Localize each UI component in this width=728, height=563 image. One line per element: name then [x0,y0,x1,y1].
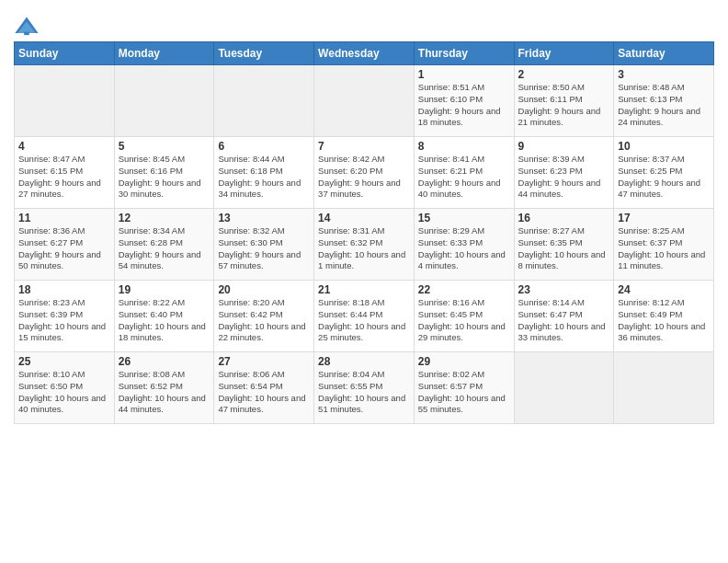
day-cell: 28Sunrise: 8:04 AM Sunset: 6:55 PM Dayli… [314,352,415,424]
day-info: Sunrise: 8:04 AM Sunset: 6:55 PM Dayligh… [318,369,410,416]
day-number: 3 [618,68,710,81]
week-row-1: 4Sunrise: 8:47 AM Sunset: 6:15 PM Daylig… [15,137,714,209]
day-cell: 4Sunrise: 8:47 AM Sunset: 6:15 PM Daylig… [15,137,115,209]
day-number: 24 [618,283,710,296]
day-cell [15,65,115,137]
day-cell: 10Sunrise: 8:37 AM Sunset: 6:25 PM Dayli… [614,137,714,209]
day-info: Sunrise: 8:12 AM Sunset: 6:49 PM Dayligh… [618,297,710,344]
header-cell-thursday: Thursday [414,42,514,65]
day-info: Sunrise: 8:25 AM Sunset: 6:37 PM Dayligh… [618,225,710,272]
day-number: 8 [418,140,510,153]
day-info: Sunrise: 8:47 AM Sunset: 6:15 PM Dayligh… [18,154,110,201]
day-cell: 16Sunrise: 8:27 AM Sunset: 6:35 PM Dayli… [514,209,614,281]
day-number: 25 [18,355,110,368]
day-number: 17 [618,212,710,224]
day-number: 20 [218,283,310,296]
day-info: Sunrise: 8:02 AM Sunset: 6:57 PM Dayligh… [418,369,510,416]
calendar-table: SundayMondayTuesdayWednesdayThursdayFrid… [14,41,714,424]
day-cell [514,352,614,424]
day-info: Sunrise: 8:22 AM Sunset: 6:40 PM Dayligh… [119,297,210,344]
day-number: 28 [318,355,410,368]
day-info: Sunrise: 8:48 AM Sunset: 6:13 PM Dayligh… [618,82,710,129]
day-info: Sunrise: 8:34 AM Sunset: 6:28 PM Dayligh… [119,225,210,272]
day-info: Sunrise: 8:23 AM Sunset: 6:39 PM Dayligh… [18,297,110,344]
day-info: Sunrise: 8:14 AM Sunset: 6:47 PM Dayligh… [518,297,610,344]
header-cell-monday: Monday [114,42,214,65]
week-row-4: 25Sunrise: 8:10 AM Sunset: 6:50 PM Dayli… [15,352,714,424]
header-cell-tuesday: Tuesday [214,42,314,65]
day-cell: 20Sunrise: 8:20 AM Sunset: 6:42 PM Dayli… [214,281,314,352]
header-cell-sunday: Sunday [15,42,115,65]
day-number: 4 [18,140,110,153]
header-cell-friday: Friday [514,42,614,65]
day-number: 1 [418,68,510,81]
day-info: Sunrise: 8:51 AM Sunset: 6:10 PM Dayligh… [418,82,510,129]
day-info: Sunrise: 8:06 AM Sunset: 6:54 PM Dayligh… [218,369,310,416]
day-number: 29 [418,355,510,368]
day-info: Sunrise: 8:50 AM Sunset: 6:11 PM Dayligh… [518,82,610,129]
day-cell: 8Sunrise: 8:41 AM Sunset: 6:21 PM Daylig… [414,137,514,209]
day-cell: 9Sunrise: 8:39 AM Sunset: 6:23 PM Daylig… [514,137,614,209]
day-number: 12 [119,212,210,224]
day-info: Sunrise: 8:16 AM Sunset: 6:45 PM Dayligh… [418,297,510,344]
day-number: 7 [318,140,410,153]
day-info: Sunrise: 8:18 AM Sunset: 6:44 PM Dayligh… [318,297,410,344]
day-number: 13 [218,212,310,224]
day-number: 22 [418,283,510,296]
svg-rect-2 [24,32,29,36]
day-number: 14 [318,212,410,224]
day-cell: 23Sunrise: 8:14 AM Sunset: 6:47 PM Dayli… [514,281,614,352]
day-number: 16 [518,212,610,224]
day-number: 6 [218,140,310,153]
day-cell: 19Sunrise: 8:22 AM Sunset: 6:40 PM Dayli… [114,281,214,352]
day-cell: 29Sunrise: 8:02 AM Sunset: 6:57 PM Dayli… [414,352,514,424]
day-cell: 6Sunrise: 8:44 AM Sunset: 6:18 PM Daylig… [214,137,314,209]
day-info: Sunrise: 8:39 AM Sunset: 6:23 PM Dayligh… [518,154,610,201]
day-info: Sunrise: 8:32 AM Sunset: 6:30 PM Dayligh… [218,225,310,272]
day-number: 21 [318,283,410,296]
day-info: Sunrise: 8:44 AM Sunset: 6:18 PM Dayligh… [218,154,310,201]
day-cell [614,352,714,424]
day-cell: 5Sunrise: 8:45 AM Sunset: 6:16 PM Daylig… [114,137,214,209]
day-cell: 26Sunrise: 8:08 AM Sunset: 6:52 PM Dayli… [114,352,214,424]
day-info: Sunrise: 8:36 AM Sunset: 6:27 PM Dayligh… [18,225,110,272]
day-number: 26 [119,355,210,368]
calendar-body: 1Sunrise: 8:51 AM Sunset: 6:10 PM Daylig… [15,65,714,424]
week-row-0: 1Sunrise: 8:51 AM Sunset: 6:10 PM Daylig… [15,65,714,137]
header-cell-wednesday: Wednesday [314,42,415,65]
day-cell [214,65,314,137]
day-number: 11 [18,212,110,224]
day-cell: 22Sunrise: 8:16 AM Sunset: 6:45 PM Dayli… [414,281,514,352]
day-number: 10 [618,140,710,153]
day-number: 19 [119,283,210,296]
logo [14,14,43,40]
day-info: Sunrise: 8:08 AM Sunset: 6:52 PM Dayligh… [119,369,210,416]
day-cell: 21Sunrise: 8:18 AM Sunset: 6:44 PM Dayli… [314,281,415,352]
week-row-3: 18Sunrise: 8:23 AM Sunset: 6:39 PM Dayli… [15,281,714,352]
day-cell: 24Sunrise: 8:12 AM Sunset: 6:49 PM Dayli… [614,281,714,352]
day-info: Sunrise: 8:31 AM Sunset: 6:32 PM Dayligh… [318,225,410,272]
week-row-2: 11Sunrise: 8:36 AM Sunset: 6:27 PM Dayli… [15,209,714,281]
page-container: SundayMondayTuesdayWednesdayThursdayFrid… [0,0,728,429]
header-row: SundayMondayTuesdayWednesdayThursdayFrid… [15,42,714,65]
day-info: Sunrise: 8:41 AM Sunset: 6:21 PM Dayligh… [418,154,510,201]
day-cell: 14Sunrise: 8:31 AM Sunset: 6:32 PM Dayli… [314,209,415,281]
day-cell: 3Sunrise: 8:48 AM Sunset: 6:13 PM Daylig… [614,65,714,137]
day-cell: 25Sunrise: 8:10 AM Sunset: 6:50 PM Dayli… [15,352,115,424]
day-info: Sunrise: 8:29 AM Sunset: 6:33 PM Dayligh… [418,225,510,272]
header-cell-saturday: Saturday [614,42,714,65]
day-cell [114,65,214,137]
day-number: 9 [518,140,610,153]
day-info: Sunrise: 8:27 AM Sunset: 6:35 PM Dayligh… [518,225,610,272]
day-number: 15 [418,212,510,224]
day-number: 2 [518,68,610,81]
day-info: Sunrise: 8:20 AM Sunset: 6:42 PM Dayligh… [218,297,310,344]
day-number: 18 [18,283,110,296]
calendar-header: SundayMondayTuesdayWednesdayThursdayFrid… [15,42,714,65]
header [14,9,714,40]
day-cell: 15Sunrise: 8:29 AM Sunset: 6:33 PM Dayli… [414,209,514,281]
day-cell: 11Sunrise: 8:36 AM Sunset: 6:27 PM Dayli… [15,209,115,281]
day-info: Sunrise: 8:10 AM Sunset: 6:50 PM Dayligh… [18,369,110,416]
day-cell: 7Sunrise: 8:42 AM Sunset: 6:20 PM Daylig… [314,137,415,209]
day-number: 5 [119,140,210,153]
